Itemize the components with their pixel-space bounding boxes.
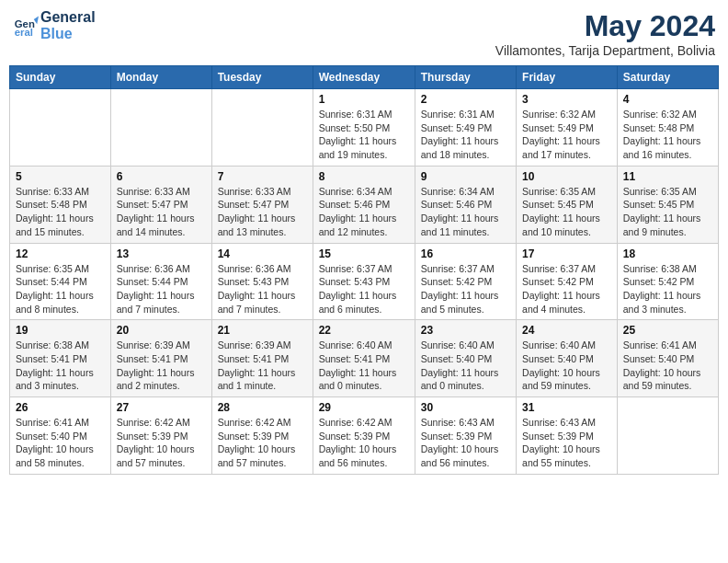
calendar-cell: 21Sunrise: 6:39 AM Sunset: 5:41 PM Dayli… — [211, 320, 313, 397]
calendar-cell: 13Sunrise: 6:36 AM Sunset: 5:44 PM Dayli… — [110, 243, 211, 320]
day-number: 14 — [218, 247, 307, 260]
day-number: 23 — [421, 324, 510, 337]
day-number: 10 — [522, 170, 611, 183]
day-number: 20 — [117, 324, 206, 337]
day-number: 15 — [319, 247, 409, 260]
day-info: Sunrise: 6:40 AM Sunset: 5:40 PM Dayligh… — [522, 339, 611, 393]
calendar-cell: 24Sunrise: 6:40 AM Sunset: 5:40 PM Dayli… — [517, 320, 618, 397]
calendar-cell — [617, 397, 718, 475]
week-row-3: 12Sunrise: 6:35 AM Sunset: 5:44 PM Dayli… — [10, 243, 719, 320]
day-info: Sunrise: 6:38 AM Sunset: 5:41 PM Dayligh… — [16, 339, 105, 393]
calendar-cell: 27Sunrise: 6:42 AM Sunset: 5:39 PM Dayli… — [110, 397, 211, 475]
calendar-cell — [211, 89, 313, 167]
calendar-cell: 5Sunrise: 6:33 AM Sunset: 5:48 PM Daylig… — [10, 166, 111, 243]
day-number: 4 — [623, 93, 712, 106]
day-info: Sunrise: 6:39 AM Sunset: 5:41 PM Dayligh… — [218, 339, 307, 393]
calendar-cell: 8Sunrise: 6:34 AM Sunset: 5:46 PM Daylig… — [313, 166, 415, 243]
day-number: 11 — [623, 170, 712, 183]
weekday-header-friday: Friday — [517, 66, 618, 89]
day-info: Sunrise: 6:42 AM Sunset: 5:39 PM Dayligh… — [218, 416, 307, 470]
day-number: 18 — [623, 247, 712, 260]
day-number: 12 — [16, 247, 105, 260]
day-number: 17 — [522, 247, 611, 260]
day-info: Sunrise: 6:37 AM Sunset: 5:42 PM Dayligh… — [421, 262, 510, 316]
calendar-cell: 16Sunrise: 6:37 AM Sunset: 5:42 PM Dayli… — [415, 243, 516, 320]
calendar-cell: 12Sunrise: 6:35 AM Sunset: 5:44 PM Dayli… — [10, 243, 111, 320]
day-info: Sunrise: 6:34 AM Sunset: 5:46 PM Dayligh… — [421, 185, 510, 239]
calendar-cell: 9Sunrise: 6:34 AM Sunset: 5:46 PM Daylig… — [415, 166, 516, 243]
day-info: Sunrise: 6:40 AM Sunset: 5:41 PM Dayligh… — [319, 339, 409, 393]
day-number: 1 — [319, 93, 409, 106]
day-number: 2 — [421, 93, 510, 106]
calendar-cell: 18Sunrise: 6:38 AM Sunset: 5:42 PM Dayli… — [617, 243, 718, 320]
day-info: Sunrise: 6:41 AM Sunset: 5:40 PM Dayligh… — [623, 339, 712, 393]
calendar-cell: 20Sunrise: 6:39 AM Sunset: 5:41 PM Dayli… — [110, 320, 211, 397]
day-info: Sunrise: 6:31 AM Sunset: 5:50 PM Dayligh… — [319, 108, 409, 162]
calendar-table: SundayMondayTuesdayWednesdayThursdayFrid… — [9, 65, 719, 475]
week-row-5: 26Sunrise: 6:41 AM Sunset: 5:40 PM Dayli… — [10, 397, 719, 475]
calendar-cell — [10, 89, 111, 167]
day-info: Sunrise: 6:35 AM Sunset: 5:45 PM Dayligh… — [522, 185, 611, 239]
weekday-header-tuesday: Tuesday — [211, 66, 313, 89]
logo-line2: Blue — [40, 26, 96, 42]
weekday-header-thursday: Thursday — [415, 66, 516, 89]
logo-line1: General — [40, 9, 96, 26]
day-info: Sunrise: 6:32 AM Sunset: 5:49 PM Dayligh… — [522, 108, 611, 162]
calendar-cell: 7Sunrise: 6:33 AM Sunset: 5:47 PM Daylig… — [211, 166, 313, 243]
calendar-cell: 10Sunrise: 6:35 AM Sunset: 5:45 PM Dayli… — [517, 166, 618, 243]
calendar-cell: 14Sunrise: 6:36 AM Sunset: 5:43 PM Dayli… — [211, 243, 313, 320]
day-number: 8 — [319, 170, 409, 183]
day-number: 6 — [117, 170, 206, 183]
day-info: Sunrise: 6:35 AM Sunset: 5:45 PM Dayligh… — [623, 185, 712, 239]
calendar-cell: 11Sunrise: 6:35 AM Sunset: 5:45 PM Dayli… — [617, 166, 718, 243]
weekday-header-monday: Monday — [110, 66, 211, 89]
day-number: 30 — [421, 401, 510, 414]
day-info: Sunrise: 6:33 AM Sunset: 5:47 PM Dayligh… — [117, 185, 206, 239]
day-number: 5 — [16, 170, 105, 183]
day-number: 22 — [319, 324, 409, 337]
month-title: May 2024 — [495, 9, 715, 43]
day-info: Sunrise: 6:35 AM Sunset: 5:44 PM Dayligh… — [16, 262, 105, 316]
day-info: Sunrise: 6:36 AM Sunset: 5:43 PM Dayligh… — [218, 262, 307, 316]
day-info: Sunrise: 6:36 AM Sunset: 5:44 PM Dayligh… — [117, 262, 206, 316]
svg-text:eral: eral — [15, 27, 33, 38]
location-subtitle: Villamontes, Tarija Department, Bolivia — [495, 43, 715, 58]
calendar-cell: 31Sunrise: 6:43 AM Sunset: 5:39 PM Dayli… — [517, 397, 618, 475]
day-info: Sunrise: 6:33 AM Sunset: 5:48 PM Dayligh… — [16, 185, 105, 239]
weekday-header-saturday: Saturday — [617, 66, 718, 89]
day-number: 29 — [319, 401, 409, 414]
calendar-cell: 6Sunrise: 6:33 AM Sunset: 5:47 PM Daylig… — [110, 166, 211, 243]
calendar-cell: 15Sunrise: 6:37 AM Sunset: 5:43 PM Dayli… — [313, 243, 415, 320]
logo-icon: Gen eral — [13, 13, 39, 39]
day-info: Sunrise: 6:39 AM Sunset: 5:41 PM Dayligh… — [117, 339, 206, 393]
calendar-cell: 2Sunrise: 6:31 AM Sunset: 5:49 PM Daylig… — [415, 89, 516, 167]
weekday-header-sunday: Sunday — [10, 66, 111, 89]
day-info: Sunrise: 6:31 AM Sunset: 5:49 PM Dayligh… — [421, 108, 510, 162]
calendar-cell: 17Sunrise: 6:37 AM Sunset: 5:42 PM Dayli… — [517, 243, 618, 320]
calendar-cell: 23Sunrise: 6:40 AM Sunset: 5:40 PM Dayli… — [415, 320, 516, 397]
day-number: 24 — [522, 324, 611, 337]
calendar-cell: 4Sunrise: 6:32 AM Sunset: 5:48 PM Daylig… — [617, 89, 718, 167]
logo: Gen eral General Blue — [13, 9, 96, 41]
day-info: Sunrise: 6:40 AM Sunset: 5:40 PM Dayligh… — [421, 339, 510, 393]
calendar-cell: 26Sunrise: 6:41 AM Sunset: 5:40 PM Dayli… — [10, 397, 111, 475]
calendar-cell: 30Sunrise: 6:43 AM Sunset: 5:39 PM Dayli… — [415, 397, 516, 475]
day-info: Sunrise: 6:38 AM Sunset: 5:42 PM Dayligh… — [623, 262, 712, 316]
day-number: 16 — [421, 247, 510, 260]
day-info: Sunrise: 6:37 AM Sunset: 5:42 PM Dayligh… — [522, 262, 611, 316]
calendar-cell: 3Sunrise: 6:32 AM Sunset: 5:49 PM Daylig… — [517, 89, 618, 167]
page-header: Gen eral General Blue May 2024 Villamont… — [9, 9, 719, 58]
calendar-cell: 1Sunrise: 6:31 AM Sunset: 5:50 PM Daylig… — [313, 89, 415, 167]
calendar-cell: 22Sunrise: 6:40 AM Sunset: 5:41 PM Dayli… — [313, 320, 415, 397]
day-number: 25 — [623, 324, 712, 337]
day-number: 7 — [218, 170, 307, 183]
weekday-header-row: SundayMondayTuesdayWednesdayThursdayFrid… — [10, 66, 719, 89]
day-info: Sunrise: 6:43 AM Sunset: 5:39 PM Dayligh… — [421, 416, 510, 470]
day-info: Sunrise: 6:42 AM Sunset: 5:39 PM Dayligh… — [117, 416, 206, 470]
weekday-header-wednesday: Wednesday — [313, 66, 415, 89]
day-number: 26 — [16, 401, 105, 414]
week-row-2: 5Sunrise: 6:33 AM Sunset: 5:48 PM Daylig… — [10, 166, 719, 243]
day-info: Sunrise: 6:32 AM Sunset: 5:48 PM Dayligh… — [623, 108, 712, 162]
day-info: Sunrise: 6:34 AM Sunset: 5:46 PM Dayligh… — [319, 185, 409, 239]
calendar-cell — [110, 89, 211, 167]
